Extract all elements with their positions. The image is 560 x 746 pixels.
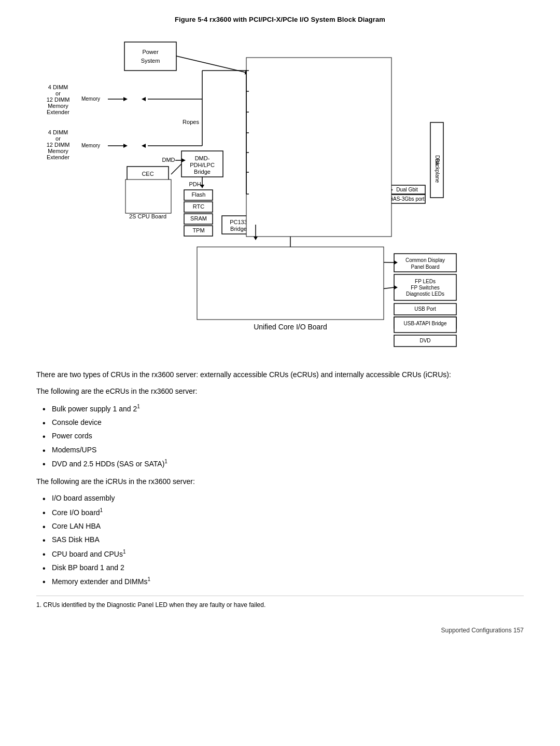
- list-item: Power cords: [52, 430, 524, 441]
- svg-text:CEC: CEC: [142, 171, 153, 177]
- list-item: I/O board assembly: [52, 492, 524, 504]
- svg-text:or: or: [55, 90, 61, 96]
- list-item: SAS Disk HBA: [52, 534, 524, 545]
- list-item: Bulk power supply 1 and 21: [52, 403, 524, 415]
- svg-text:Memory: Memory: [48, 103, 68, 109]
- svg-text:Memory: Memory: [81, 143, 100, 148]
- svg-text:SAS-3Gbs port: SAS-3Gbs port: [389, 196, 424, 202]
- svg-rect-0: [124, 42, 176, 71]
- svg-text:Memory: Memory: [48, 148, 68, 154]
- svg-text:Ropes: Ropes: [183, 119, 199, 125]
- svg-text:Extender: Extender: [47, 109, 69, 115]
- svg-text:12 DIMM: 12 DIMM: [47, 96, 70, 103]
- svg-text:4 DIMM: 4 DIMM: [48, 129, 68, 135]
- list-item: Memory extender and DIMMs1: [52, 575, 524, 587]
- svg-marker-11: [123, 97, 128, 101]
- svg-text:Backplane: Backplane: [435, 159, 440, 183]
- svg-text:Common Display: Common Display: [405, 257, 445, 263]
- svg-text:DVD: DVD: [419, 338, 430, 343]
- svg-text:Memory: Memory: [81, 96, 100, 102]
- svg-text:DMD-: DMD-: [195, 155, 210, 161]
- intro-paragraph: There are two types of CRUs in the rx360…: [36, 369, 524, 380]
- list-item: Console device: [52, 417, 524, 428]
- svg-text:DMD: DMD: [162, 157, 175, 163]
- svg-text:PC133: PC133: [230, 219, 247, 225]
- list-item: Core LAN HBA: [52, 520, 524, 532]
- list-item: DVD and 2.5 HDDs (SAS or SATA)1: [52, 458, 524, 469]
- svg-text:PDH: PDH: [189, 181, 201, 187]
- svg-text:TPM: TPM: [192, 227, 204, 233]
- svg-text:USB-ATAPI Bridge: USB-ATAPI Bridge: [404, 321, 447, 326]
- svg-marker-19: [123, 144, 128, 148]
- svg-text:Dual Gbit: Dual Gbit: [396, 187, 418, 192]
- svg-marker-164: [142, 144, 146, 148]
- list-item: Core I/O board1: [52, 506, 524, 518]
- svg-text:Extender: Extender: [47, 154, 69, 160]
- svg-marker-176: [254, 237, 258, 240]
- svg-marker-161: [142, 97, 146, 101]
- svg-text:12 DIMM: 12 DIMM: [47, 142, 70, 148]
- svg-text:or: or: [55, 135, 61, 142]
- svg-text:PDH/LPC: PDH/LPC: [190, 162, 215, 168]
- svg-text:System: System: [141, 58, 160, 64]
- svg-text:Diagnostic LEDs: Diagnostic LEDs: [406, 291, 444, 297]
- svg-rect-118: [246, 58, 391, 237]
- svg-text:Flash: Flash: [192, 191, 206, 198]
- system-block-diagram: .box { fill: white; stroke: black; strok…: [31, 32, 529, 353]
- ecru-list: Bulk power supply 1 and 21 Console devic…: [52, 403, 524, 469]
- svg-rect-31: [125, 179, 171, 213]
- svg-text:USB Port: USB Port: [414, 306, 436, 312]
- icru-header: The following are the iCRUs in the rx360…: [36, 476, 524, 487]
- svg-text:2S CPU Board: 2S CPU Board: [129, 213, 166, 219]
- ecru-header: The following are the eCRUs in the rx360…: [36, 385, 524, 397]
- icru-list: I/O board assembly Core I/O board1 Core …: [52, 492, 524, 587]
- svg-text:Bridge: Bridge: [230, 226, 247, 232]
- svg-text:Unified Core I/O Board: Unified Core I/O Board: [254, 323, 327, 331]
- list-item: Modems/UPS: [52, 444, 524, 455]
- svg-line-165: [171, 164, 181, 174]
- content-area: There are two types of CRUs in the rx360…: [31, 369, 529, 636]
- svg-text:4 DIMM: 4 DIMM: [48, 84, 68, 90]
- svg-text:FP LEDs: FP LEDs: [415, 279, 436, 284]
- list-item: CPU board and CPUs1: [52, 548, 524, 560]
- figure-title: Figure 5-4 rx3600 with PCI/PCI-X/PCIe I/…: [31, 16, 529, 23]
- svg-text:Bridge: Bridge: [194, 169, 211, 175]
- footnote: 1. CRUs identified by the Diagnostic Pan…: [36, 596, 524, 610]
- page-footer: Supported Configurations 157: [36, 626, 524, 636]
- svg-rect-156: [197, 247, 384, 320]
- svg-text:Panel Board: Panel Board: [411, 264, 439, 270]
- svg-text:Power: Power: [142, 49, 159, 55]
- list-item: Disk BP board 1 and 2: [52, 562, 524, 573]
- svg-text:FP Switches: FP Switches: [411, 285, 439, 291]
- svg-text:RTC: RTC: [193, 203, 204, 210]
- svg-text:SRAM: SRAM: [190, 215, 207, 222]
